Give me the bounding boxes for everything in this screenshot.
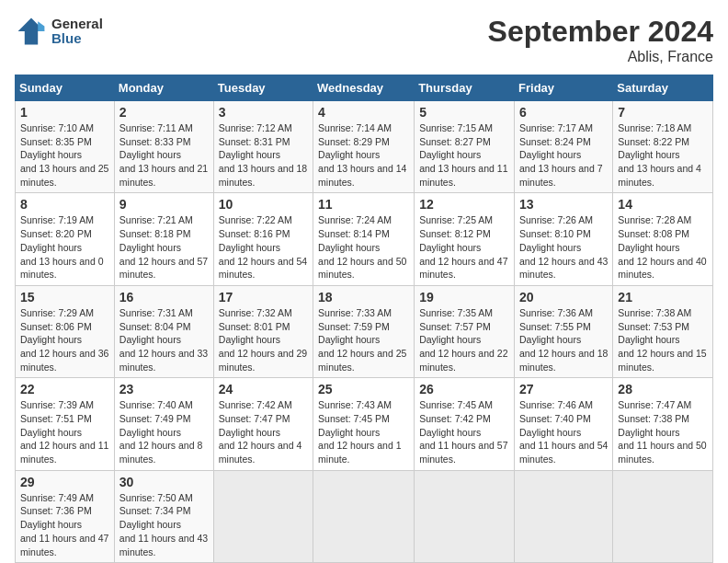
calendar-cell: 18 Sunrise: 7:33 AMSunset: 7:59 PMDaylig…: [313, 285, 415, 377]
calendar-cell: 4 Sunrise: 7:14 AMSunset: 8:29 PMDayligh…: [313, 101, 415, 193]
calendar-cell: [313, 470, 415, 562]
day-info: Sunrise: 7:15 AMSunset: 8:27 PMDaylight …: [419, 121, 509, 189]
day-info: Sunrise: 7:50 AMSunset: 7:34 PMDaylight …: [119, 491, 209, 558]
calendar-cell: 9 Sunrise: 7:21 AMSunset: 8:18 PMDayligh…: [114, 193, 213, 285]
calendar-cell: 19 Sunrise: 7:35 AMSunset: 7:57 PMDaylig…: [415, 285, 515, 377]
day-number: 13: [519, 197, 608, 212]
logo-icon: [15, 15, 48, 48]
day-info: Sunrise: 7:43 AMSunset: 7:45 PMDaylight …: [318, 398, 409, 465]
day-info: Sunrise: 7:40 AMSunset: 7:49 PMDaylight …: [119, 398, 209, 465]
day-info: Sunrise: 7:26 AMSunset: 8:10 PMDaylight …: [519, 213, 608, 281]
calendar-cell: 24 Sunrise: 7:42 AMSunset: 7:47 PMDaylig…: [213, 378, 313, 470]
day-info: Sunrise: 7:28 AMSunset: 8:08 PMDaylight …: [618, 213, 708, 281]
day-number: 22: [20, 382, 109, 396]
month-title: September 2024: [488, 15, 713, 49]
calendar-cell: 21 Sunrise: 7:38 AMSunset: 7:53 PMDaylig…: [613, 285, 713, 377]
calendar-table: SundayMondayTuesdayWednesdayThursdayFrid…: [15, 75, 713, 563]
day-info: Sunrise: 7:25 AMSunset: 8:12 PMDaylight …: [419, 213, 509, 281]
day-number: 6: [519, 105, 608, 120]
day-number: 1: [20, 105, 109, 120]
day-number: 21: [618, 290, 708, 304]
calendar-cell: 28 Sunrise: 7:47 AMSunset: 7:38 PMDaylig…: [613, 378, 713, 470]
day-info: Sunrise: 7:18 AMSunset: 8:22 PMDaylight …: [618, 121, 708, 189]
day-info: Sunrise: 7:29 AMSunset: 8:06 PMDaylight …: [20, 306, 109, 373]
day-info: Sunrise: 7:31 AMSunset: 8:04 PMDaylight …: [119, 306, 209, 373]
day-info: Sunrise: 7:17 AMSunset: 8:24 PMDaylight …: [519, 121, 608, 189]
day-number: 18: [318, 290, 409, 304]
day-info: Sunrise: 7:35 AMSunset: 7:57 PMDaylight …: [419, 306, 509, 373]
day-info: Sunrise: 7:21 AMSunset: 8:18 PMDaylight …: [119, 213, 209, 281]
calendar-cell: 15 Sunrise: 7:29 AMSunset: 8:06 PMDaylig…: [16, 285, 115, 377]
day-number: 4: [318, 105, 409, 120]
day-info: Sunrise: 7:10 AMSunset: 8:35 PMDaylight …: [20, 121, 109, 189]
calendar-cell: [515, 470, 613, 562]
day-number: 27: [519, 382, 608, 396]
calendar-cell: 13 Sunrise: 7:26 AMSunset: 8:10 PMDaylig…: [515, 193, 613, 285]
location: Ablis, France: [488, 49, 713, 65]
calendar-cell: 29 Sunrise: 7:49 AMSunset: 7:36 PMDaylig…: [16, 470, 115, 562]
calendar-cell: 23 Sunrise: 7:40 AMSunset: 7:49 PMDaylig…: [114, 378, 213, 470]
day-header-thursday: Thursday: [415, 75, 515, 101]
day-number: 2: [119, 105, 209, 120]
day-number: 15: [20, 290, 109, 304]
calendar-cell: [415, 470, 515, 562]
day-info: Sunrise: 7:24 AMSunset: 8:14 PMDaylight …: [318, 213, 409, 281]
day-number: 23: [119, 382, 209, 396]
day-number: 11: [318, 197, 409, 212]
calendar-cell: 6 Sunrise: 7:17 AMSunset: 8:24 PMDayligh…: [515, 101, 613, 193]
calendar-cell: 10 Sunrise: 7:22 AMSunset: 8:16 PMDaylig…: [213, 193, 313, 285]
day-number: 24: [219, 382, 308, 396]
calendar-cell: 7 Sunrise: 7:18 AMSunset: 8:22 PMDayligh…: [613, 101, 713, 193]
day-number: 14: [618, 197, 708, 212]
day-info: Sunrise: 7:12 AMSunset: 8:31 PMDaylight …: [219, 121, 308, 189]
calendar-cell: 30 Sunrise: 7:50 AMSunset: 7:34 PMDaylig…: [114, 470, 213, 562]
week-row-3: 15 Sunrise: 7:29 AMSunset: 8:06 PMDaylig…: [16, 285, 713, 377]
day-number: 25: [318, 382, 409, 396]
day-info: Sunrise: 7:11 AMSunset: 8:33 PMDaylight …: [119, 121, 209, 189]
day-info: Sunrise: 7:42 AMSunset: 7:47 PMDaylight …: [219, 398, 308, 465]
calendar-cell: 1 Sunrise: 7:10 AMSunset: 8:35 PMDayligh…: [16, 101, 115, 193]
day-info: Sunrise: 7:47 AMSunset: 7:38 PMDaylight …: [618, 398, 708, 465]
calendar-cell: 26 Sunrise: 7:45 AMSunset: 7:42 PMDaylig…: [415, 378, 515, 470]
calendar-cell: 5 Sunrise: 7:15 AMSunset: 8:27 PMDayligh…: [415, 101, 515, 193]
week-row-2: 8 Sunrise: 7:19 AMSunset: 8:20 PMDayligh…: [16, 193, 713, 285]
day-number: 17: [219, 290, 308, 304]
day-info: Sunrise: 7:38 AMSunset: 7:53 PMDaylight …: [618, 306, 708, 373]
page-header: General Blue September 2024 Ablis, Franc…: [15, 15, 713, 65]
day-number: 29: [20, 475, 109, 489]
day-info: Sunrise: 7:39 AMSunset: 7:51 PMDaylight …: [20, 398, 109, 465]
day-info: Sunrise: 7:49 AMSunset: 7:36 PMDaylight …: [20, 491, 109, 558]
calendar-cell: 27 Sunrise: 7:46 AMSunset: 7:40 PMDaylig…: [515, 378, 613, 470]
calendar-cell: 2 Sunrise: 7:11 AMSunset: 8:33 PMDayligh…: [114, 101, 213, 193]
day-number: 7: [618, 105, 708, 120]
day-info: Sunrise: 7:33 AMSunset: 7:59 PMDaylight …: [318, 306, 409, 373]
day-header-friday: Friday: [515, 75, 613, 101]
calendar-cell: 25 Sunrise: 7:43 AMSunset: 7:45 PMDaylig…: [313, 378, 415, 470]
calendar-cell: 11 Sunrise: 7:24 AMSunset: 8:14 PMDaylig…: [313, 193, 415, 285]
day-number: 12: [419, 197, 509, 212]
calendar-cell: 12 Sunrise: 7:25 AMSunset: 8:12 PMDaylig…: [415, 193, 515, 285]
day-number: 26: [419, 382, 509, 396]
day-info: Sunrise: 7:46 AMSunset: 7:40 PMDaylight …: [519, 398, 608, 465]
day-info: Sunrise: 7:22 AMSunset: 8:16 PMDaylight …: [219, 213, 308, 281]
day-number: 5: [419, 105, 509, 120]
day-number: 3: [219, 105, 308, 120]
week-row-4: 22 Sunrise: 7:39 AMSunset: 7:51 PMDaylig…: [16, 378, 713, 470]
day-header-tuesday: Tuesday: [213, 75, 313, 101]
day-number: 8: [20, 197, 109, 212]
logo: General Blue: [15, 15, 103, 48]
day-info: Sunrise: 7:14 AMSunset: 8:29 PMDaylight …: [318, 121, 409, 189]
calendar-cell: 3 Sunrise: 7:12 AMSunset: 8:31 PMDayligh…: [213, 101, 313, 193]
title-block: September 2024 Ablis, France: [488, 15, 713, 65]
week-row-1: 1 Sunrise: 7:10 AMSunset: 8:35 PMDayligh…: [16, 101, 713, 193]
calendar-cell: 8 Sunrise: 7:19 AMSunset: 8:20 PMDayligh…: [16, 193, 115, 285]
calendar-cell: 14 Sunrise: 7:28 AMSunset: 8:08 PMDaylig…: [613, 193, 713, 285]
day-header-wednesday: Wednesday: [313, 75, 415, 101]
day-number: 20: [519, 290, 608, 304]
day-info: Sunrise: 7:32 AMSunset: 8:01 PMDaylight …: [219, 306, 308, 373]
calendar-cell: 20 Sunrise: 7:36 AMSunset: 7:55 PMDaylig…: [515, 285, 613, 377]
calendar-cell: [613, 470, 713, 562]
day-number: 9: [119, 197, 209, 212]
day-number: 19: [419, 290, 509, 304]
day-number: 30: [119, 475, 209, 489]
